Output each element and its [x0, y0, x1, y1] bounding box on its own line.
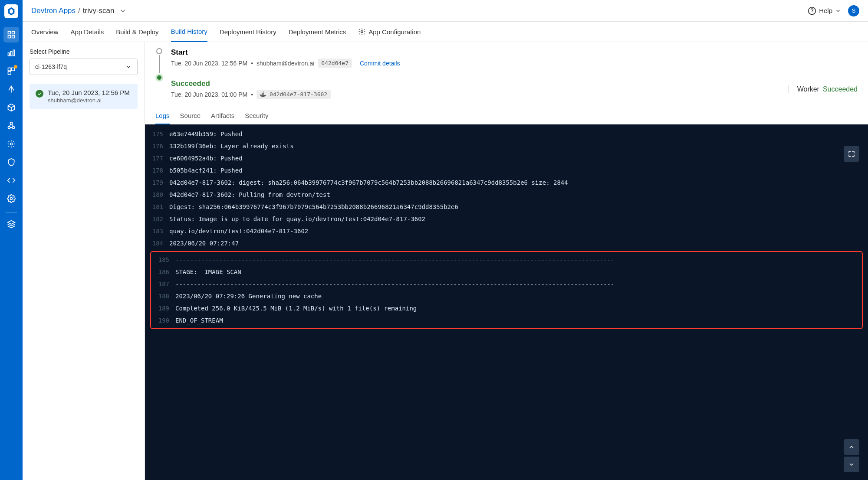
- breadcrumb-separator: /: [78, 7, 80, 15]
- worker-status: Succeeded: [823, 85, 858, 93]
- log-line: 178b505b4acf241: Pushed: [145, 164, 868, 176]
- svg-point-13: [10, 143, 13, 145]
- log-line: 176332b199f36eb: Layer already exists: [145, 140, 868, 152]
- nav-cube-icon[interactable]: [3, 100, 19, 115]
- run-user: shubham@devtron.ai: [48, 97, 130, 104]
- fullscreen-button[interactable]: [844, 146, 859, 162]
- nav-settings-icon[interactable]: [3, 191, 19, 206]
- nav-app-group-icon[interactable]: [3, 63, 19, 79]
- nav-layers-icon[interactable]: [3, 216, 19, 232]
- run-timestamp: Tue, 20 Jun 2023, 12:56 PM: [48, 89, 130, 96]
- svg-point-14: [10, 198, 13, 200]
- stage-end-time: Tue, 20 Jun 2023, 01:00 PM: [171, 91, 247, 98]
- log-line: 190END_OF_STREAM: [151, 314, 862, 327]
- svg-rect-1: [12, 32, 15, 34]
- commit-chip[interactable]: 042d04e7: [318, 59, 352, 68]
- log-line: 1882023/06/20 07:29:26 Generating new ca…: [151, 290, 862, 302]
- svg-rect-0: [8, 32, 11, 34]
- pipeline-select-label: Select Pipeline: [30, 48, 138, 55]
- chevron-down-icon[interactable]: [119, 7, 127, 15]
- log-line: 189Completed 256.0 KiB/425.5 MiB (1.2 Mi…: [151, 302, 862, 314]
- svg-rect-19: [263, 94, 264, 95]
- log-line: 182Status: Image is up to date for quay.…: [145, 213, 868, 225]
- subtab-artifacts[interactable]: Artifacts: [211, 108, 234, 124]
- nav-deploy-icon[interactable]: [3, 82, 19, 97]
- subtab-security[interactable]: Security: [245, 108, 268, 124]
- chevron-down-icon: [835, 8, 841, 14]
- pipeline-run-item[interactable]: Tue, 20 Jun 2023, 12:56 PM shubham@devtr…: [30, 84, 138, 109]
- svg-rect-2: [8, 36, 11, 38]
- docker-icon: [260, 91, 267, 98]
- scroll-down-button[interactable]: [844, 457, 859, 472]
- app-tabs: OverviewApp DetailsBuild & DeployBuild H…: [23, 22, 868, 42]
- nav-gear-icon[interactable]: [3, 136, 19, 152]
- log-line: 181Digest: sha256:064b39976774c3f967b707…: [145, 201, 868, 213]
- log-line: 187-------------------------------------…: [151, 278, 862, 290]
- stage-end-title: Succeeded: [171, 79, 784, 88]
- tab-deployment-history[interactable]: Deployment History: [220, 22, 276, 42]
- nav-chart-icon[interactable]: [3, 45, 19, 61]
- highlighted-log-section: 185-------------------------------------…: [150, 251, 863, 329]
- svg-rect-7: [8, 68, 11, 71]
- svg-rect-17: [260, 94, 261, 95]
- breadcrumb-app[interactable]: trivy-scan: [83, 7, 115, 15]
- stage-start-title: Start: [171, 48, 858, 57]
- log-viewer[interactable]: 175e63e7449b359: Pushed176332b199f36eb: …: [145, 124, 868, 480]
- tab-overview[interactable]: Overview: [31, 22, 59, 42]
- top-bar: Devtron Apps / trivy-scan Help S: [23, 0, 868, 22]
- log-line: 1842023/06/20 07:27:47: [145, 237, 868, 249]
- scroll-up-button[interactable]: [844, 439, 859, 455]
- tab-app-configuration[interactable]: App Configuration: [358, 22, 421, 42]
- tab-build-history[interactable]: Build History: [171, 22, 207, 42]
- pipeline-select-value: ci-1263-lf7q: [35, 63, 67, 70]
- svg-rect-20: [262, 93, 263, 94]
- log-line: 177ce6064952a4b: Pushed: [145, 152, 868, 164]
- tab-app-details[interactable]: App Details: [71, 22, 104, 42]
- gear-icon: [358, 28, 366, 36]
- svg-point-16: [361, 31, 363, 33]
- help-icon: [808, 7, 816, 15]
- tab-deployment-metrics[interactable]: Deployment Metrics: [289, 22, 346, 42]
- log-line: 185-------------------------------------…: [151, 254, 862, 266]
- app-logo[interactable]: [4, 4, 18, 18]
- nav-shield-icon[interactable]: [3, 154, 19, 170]
- status-success-icon: [36, 90, 43, 98]
- svg-rect-4: [8, 53, 10, 56]
- svg-rect-18: [262, 94, 263, 95]
- stage-start-time: Tue, 20 Jun 2023, 12:56 PM: [171, 60, 247, 67]
- image-chip[interactable]: 042d04e7-817-3602: [256, 90, 331, 99]
- commit-details-link[interactable]: Commit details: [360, 60, 400, 67]
- build-subtabs: LogsSourceArtifactsSecurity: [145, 108, 868, 124]
- nav-apps-icon[interactable]: [3, 27, 19, 42]
- svg-rect-3: [12, 36, 15, 38]
- pipeline-select[interactable]: ci-1263-lf7q: [30, 59, 138, 75]
- tab-build-deploy[interactable]: Build & Deploy: [116, 22, 158, 42]
- nav-code-icon[interactable]: [3, 173, 19, 188]
- left-navigation-rail: [0, 0, 23, 480]
- help-button[interactable]: Help: [808, 7, 841, 15]
- svg-rect-6: [13, 50, 14, 56]
- user-avatar[interactable]: S: [848, 5, 859, 16]
- svg-point-11: [8, 127, 10, 129]
- svg-rect-21: [263, 93, 264, 94]
- breadcrumb-group[interactable]: Devtron Apps: [31, 7, 76, 15]
- svg-point-12: [13, 127, 15, 129]
- breadcrumb: Devtron Apps / trivy-scan: [31, 7, 808, 15]
- svg-rect-8: [12, 68, 15, 71]
- pipeline-side-panel: Select Pipeline ci-1263-lf7q Tue, 20 Jun…: [23, 42, 145, 480]
- timeline-end-node: [155, 74, 163, 82]
- log-line: 183quay.io/devtron/test:042d04e7-817-360…: [145, 225, 868, 237]
- worker-label: Worker: [797, 85, 819, 93]
- image-tag-label: 042d04e7-817-3602: [270, 91, 327, 98]
- nav-cluster-icon[interactable]: [3, 118, 19, 134]
- subtab-source[interactable]: Source: [180, 108, 201, 124]
- help-label: Help: [819, 7, 832, 14]
- timeline-start-node: [156, 48, 162, 54]
- svg-rect-9: [8, 72, 11, 75]
- stage-start-user: shubham@devtron.ai: [256, 60, 314, 67]
- chevron-down-icon: [125, 63, 132, 70]
- detail-panel: Start Tue, 20 Jun 2023, 12:56 PM • shubh…: [145, 42, 868, 480]
- log-line: 179042d04e7-817-3602: digest: sha256:064…: [145, 176, 868, 189]
- log-line: 175e63e7449b359: Pushed: [145, 128, 868, 140]
- subtab-logs[interactable]: Logs: [155, 108, 170, 124]
